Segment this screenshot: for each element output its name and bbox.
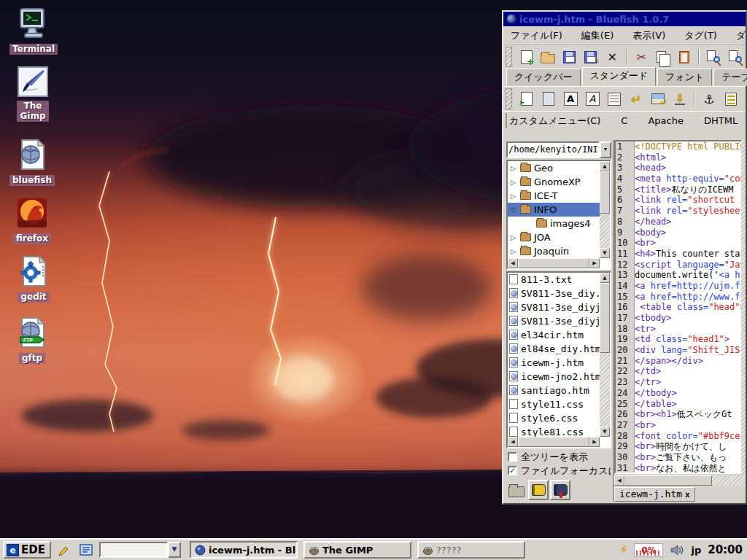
custom-menu-label[interactable]: カスタムメニュー(C) [509, 114, 600, 128]
new-file-button[interactable]: + [518, 48, 535, 66]
tree-horizontal-scrollbar[interactable]: ◀▶ [508, 258, 600, 268]
file-item-style6.css[interactable]: style6.css [508, 411, 600, 425]
nbsp-button[interactable]: ⇩ [670, 90, 689, 109]
menu-1[interactable]: 編集(E) [581, 29, 614, 42]
list-button[interactable] [721, 90, 740, 109]
custom-menu-item-0[interactable]: C [621, 115, 627, 126]
ede-menu-button[interactable]: e EDE [3, 541, 51, 559]
workspace-combo[interactable]: ▼ [99, 542, 181, 558]
combo-value[interactable] [99, 542, 168, 558]
tab-reference-2[interactable] [550, 480, 570, 500]
desktop-icon-firefox[interactable]: firefox [6, 195, 58, 244]
desktop-icon-bluefish[interactable]: bluefish [6, 137, 58, 186]
file-item-style81.css[interactable]: style81.css [508, 425, 600, 437]
toolbar-tab-1[interactable]: スタンダード [582, 67, 657, 86]
custom-menu-item-1[interactable]: Apache [648, 115, 684, 126]
save-as-button[interactable]: ✎ [582, 48, 600, 66]
cpu-monitor[interactable]: 0% [634, 543, 663, 557]
clock[interactable]: 20:00 [708, 543, 743, 556]
toolbar-tab-3[interactable]: テーブ [713, 69, 747, 86]
expand-icon[interactable]: ▷ [511, 179, 520, 186]
paste-button[interactable] [676, 48, 693, 66]
tree-item-Joaquin[interactable]: ▷Joaquin [508, 244, 600, 258]
toolbar-drag-handle[interactable] [506, 47, 512, 67]
expand-icon[interactable]: ▷ [511, 248, 520, 255]
tab-file-browser[interactable] [506, 480, 527, 500]
toolbar-tab-2[interactable]: フォント [657, 69, 712, 86]
editor-horizontal-scrollbar[interactable]: ◀ [614, 475, 746, 486]
cut-button[interactable]: ✂ [632, 48, 650, 66]
save-button[interactable] [560, 48, 578, 66]
directory-combo[interactable]: /home/kenyito/INI ▾ [506, 141, 611, 158]
menu-2[interactable]: 表示(V) [632, 29, 665, 42]
filelist-horizontal-scrollbar[interactable]: ◀▶ [508, 437, 600, 447]
menu-3[interactable]: タグ(T) [684, 29, 717, 42]
bold-button[interactable]: A [561, 90, 580, 109]
checked-checkbox[interactable]: ✓ [508, 466, 517, 475]
expand-icon[interactable]: ▷ [511, 234, 520, 241]
close-doc-button[interactable]: ✕ [603, 48, 621, 66]
code-text[interactable]: <!DOCTYPE html PUBLIC<html><head><meta h… [635, 141, 744, 472]
document-tab[interactable]: icewm-j.htmx [614, 487, 695, 502]
desktop-icon-terminal[interactable]: Terminal [7, 6, 60, 55]
desktop-icon-gedit[interactable]: gedit [7, 254, 60, 303]
task-button-0[interactable]: icewm-j.htm - Bluefi: [190, 541, 298, 559]
keyboard-layout-indicator[interactable]: jp [691, 545, 701, 556]
file-item-SV811-3se_diyjp.[interactable]: SV811-3se_diyjp. [508, 314, 600, 328]
find-button[interactable] [705, 48, 722, 66]
file-item-el34cir.htm[interactable]: el34cir.htm [508, 328, 600, 342]
file-item-SV811-3se_diyjp-[interactable]: SV811-3se_diyjp- [508, 300, 600, 314]
file-item-el84se_diy.htm[interactable]: el84se_diy.htm [508, 342, 600, 356]
expand-icon[interactable]: ▷ [511, 165, 520, 172]
tab-reference-1[interactable] [528, 480, 549, 500]
menu-4[interactable]: ダイア [736, 29, 747, 42]
unchecked-checkbox[interactable] [508, 452, 517, 462]
desktop-icon-gimp[interactable]: The Gimp [7, 64, 59, 122]
directory-path[interactable]: /home/kenyito/INI [506, 141, 600, 158]
toolbar-drag-handle[interactable] [506, 113, 507, 128]
task-button-1[interactable]: The GIMP [303, 541, 411, 559]
custom-menu-item-2[interactable]: DHTML [704, 115, 738, 126]
find-replace-button[interactable] [727, 48, 744, 66]
combo-arrow-icon[interactable]: ▼ [168, 542, 181, 558]
file-item-santiago.htm[interactable]: santiago.htm [508, 384, 600, 397]
break-button[interactable]: ↵ [627, 90, 646, 109]
toolbar-drag-handle[interactable] [506, 88, 512, 109]
file-item-SV811-3se_diy.ht[interactable]: SV811-3se_diy.ht [508, 287, 600, 300]
tree-item-INFO[interactable]: ▽INFO [508, 203, 600, 217]
collapse-icon[interactable]: ▽ [511, 206, 520, 214]
break-clear-button[interactable] [649, 90, 667, 109]
tab-close-icon[interactable]: x [685, 490, 690, 499]
code-view[interactable]: 1234567891011121314151617181920212223242… [614, 140, 746, 474]
file-item-811-3.txt[interactable]: 811-3.txt [508, 273, 600, 287]
paragraph-button[interactable] [605, 90, 624, 109]
copy-button[interactable] [654, 48, 672, 66]
filelist-vertical-scrollbar[interactable]: ▲ ▼ [600, 273, 610, 437]
tree-item-ICE-T[interactable]: ▷ICE-T [508, 189, 600, 203]
editor-vertical-scrollbar[interactable] [741, 140, 746, 475]
combo-dropdown-button[interactable]: ▾ [600, 141, 611, 158]
toolbar-tab-0[interactable]: クイックバー [506, 69, 581, 86]
italic-button[interactable]: A [583, 90, 602, 109]
volume-icon[interactable] [670, 544, 684, 556]
body-button[interactable] [539, 90, 558, 109]
tree-item-images4[interactable]: images4 [508, 217, 600, 230]
task-button-2[interactable]: ????? [417, 541, 525, 559]
tree-item-Geo[interactable]: ▷Geo [508, 161, 600, 175]
expand-icon[interactable]: ▷ [511, 192, 520, 200]
menu-0[interactable]: ファイル(F) [511, 29, 562, 42]
tree-item-GnomeXP[interactable]: ▷GnomeXP [508, 175, 600, 189]
tree-vertical-scrollbar[interactable]: ▲ ▼ [600, 161, 610, 258]
notes-launcher-button[interactable] [55, 541, 73, 559]
quickstart-button[interactable]: ➤ [517, 90, 536, 109]
file-item-icewm-j.htm[interactable]: icewm-j.htm [508, 356, 600, 370]
desktop-icon-gftp[interactable]: FTP gftp [6, 315, 58, 364]
display-settings-button[interactable] [77, 541, 95, 559]
file-item-style11.css[interactable]: style11.css [508, 397, 600, 411]
anchor-button[interactable]: ⚓ [700, 90, 719, 109]
tree-item-JOA[interactable]: ▷JOA [508, 230, 600, 244]
open-file-button[interactable] [539, 48, 557, 66]
file-item-icewm-jno2.htm[interactable]: icewm-jno2.htm [508, 370, 600, 384]
window-titlebar[interactable]: icewm-j.htm - Bluefish 1.0.7 [503, 12, 746, 26]
power-icon[interactable]: ⚡ [620, 543, 628, 556]
